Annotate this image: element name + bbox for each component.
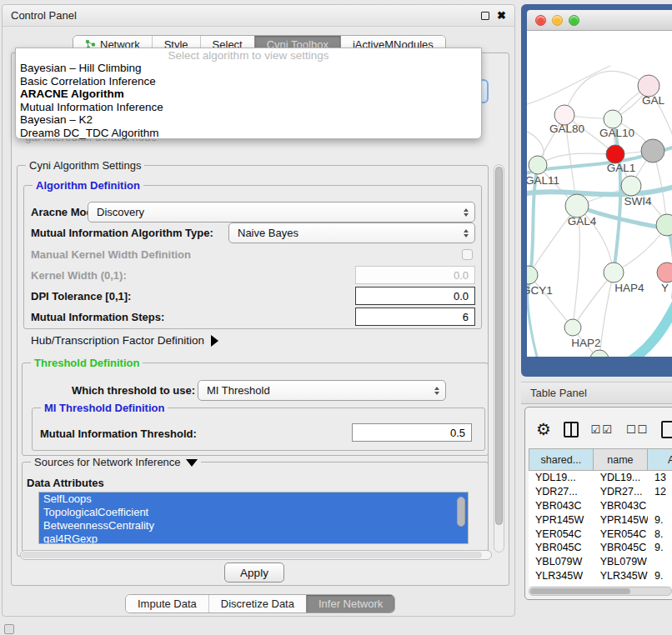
algorithm-option[interactable]: Bayesian – Hill Climbing (16, 62, 481, 75)
list-scrollbar-thumb[interactable] (457, 497, 465, 527)
table-cell[interactable] (648, 499, 672, 513)
table-cell[interactable]: YDR27... (529, 485, 594, 499)
which-threshold-combobox[interactable]: MI Threshold (198, 380, 446, 401)
dpi-tolerance-field[interactable]: 0.0 (355, 287, 475, 305)
table-horizontal-scrollbar[interactable] (529, 587, 672, 596)
table-row[interactable]: YLR345WYLR345W9. (529, 569, 672, 583)
apply-button[interactable]: Apply (224, 562, 284, 582)
table-cell[interactable]: YIL052C (529, 582, 594, 586)
table-cell[interactable]: YBL079W (594, 555, 648, 569)
close-icon[interactable]: ✖ (497, 12, 506, 20)
table-row[interactable]: YDR27...YDR27...12 (529, 485, 672, 499)
table-row[interactable]: YPR145WYPR145W9. (529, 512, 672, 527)
attribute-list-item[interactable]: TopologicalCoefficient (39, 506, 468, 519)
network-node-gal4[interactable] (565, 194, 589, 218)
table-cell[interactable]: YBR045C (594, 541, 648, 555)
table-row[interactable]: YDL19...YDL19...13 (529, 471, 672, 485)
network-node-swi4[interactable] (621, 176, 641, 196)
mi-steps-field[interactable]: 6 (355, 308, 475, 326)
algorithm-option[interactable]: Dream8 DC_TDC Algorithm (16, 127, 481, 140)
table-cell[interactable]: YDL19... (529, 471, 594, 485)
combo-spinner-icon[interactable] (464, 208, 469, 217)
table-cell[interactable]: YBR043C (594, 499, 648, 513)
algorithm-option[interactable]: Mutual Information Inference (16, 101, 481, 114)
network-node-gray-node[interactable] (641, 139, 664, 162)
table-row[interactable]: YBL079WYBL079W (529, 555, 672, 569)
table-cell[interactable]: 8. (648, 527, 672, 541)
network-edge[interactable] (564, 72, 649, 115)
table-cell[interactable]: YPR145W (529, 512, 594, 527)
scrollbar-thumb[interactable] (495, 167, 503, 525)
table-cell[interactable]: YBL079W (529, 555, 594, 569)
data-attributes-list[interactable]: SelfLoopsTopologicalCoefficientBetweenne… (38, 492, 469, 544)
table-row[interactable]: YBR045CYBR045C9. (529, 541, 672, 555)
table-cell[interactable]: YDL19... (594, 471, 648, 485)
document-icon[interactable] (661, 421, 672, 438)
attribute-list-item[interactable]: gal4RGexp (39, 532, 468, 544)
network-node-hap2[interactable] (564, 319, 581, 336)
tab-discretize-data[interactable]: Discretize Data (208, 595, 306, 612)
network-edge-highlighted[interactable] (527, 186, 672, 194)
table-row[interactable]: YBR043CYBR043C (529, 499, 672, 513)
table-cell[interactable]: 9. (648, 541, 672, 555)
aracne-mode-combobox[interactable]: Discovery (88, 202, 475, 222)
table-cell[interactable]: YER054C (594, 527, 648, 541)
combo-spinner-icon[interactable] (464, 229, 469, 238)
gear-icon[interactable]: ⚙ (536, 421, 551, 438)
algorithm-option[interactable]: Bayesian – K2 (16, 113, 481, 127)
network-window-titlebar[interactable] (527, 10, 672, 31)
mi-threshold-field[interactable]: 0.5 (352, 423, 472, 442)
network-edge[interactable] (527, 66, 610, 106)
table-cell[interactable]: YLR345W (594, 569, 648, 583)
table-cell[interactable]: YDR27... (594, 485, 648, 499)
network-canvas[interactable]: GALGAL80GAL10GAL1GAL11SWI4GAL4GCY1HAP4YH… (527, 31, 672, 357)
select-all-icon[interactable]: ☑☑ (591, 423, 614, 436)
minimize-window-icon[interactable] (552, 15, 563, 26)
network-node-bottom-green[interactable] (590, 350, 609, 357)
table-cell[interactable]: YLR345W (529, 569, 594, 583)
table-cell[interactable]: 12 (648, 485, 672, 499)
scrollbar-thumb[interactable] (530, 588, 630, 594)
float-window-icon[interactable] (481, 12, 489, 20)
table-cell[interactable]: YPR145W (594, 512, 648, 527)
network-node-salmon-node[interactable] (657, 262, 672, 282)
network-edge[interactable] (529, 275, 573, 328)
attribute-list-item[interactable]: BetweennessCentrality (39, 519, 468, 532)
combo-spinner-icon[interactable] (434, 387, 439, 395)
settings-horizontal-scrollbar[interactable] (20, 550, 492, 560)
mi-algorithm-type-combobox[interactable]: Naive Bayes (228, 222, 475, 243)
table-cell[interactable]: YBR045C (529, 541, 594, 555)
network-node-gcy1[interactable] (527, 266, 538, 284)
table-cell[interactable]: YER054C (529, 527, 594, 541)
column-header-shared[interactable]: shared... (529, 448, 594, 471)
attribute-list-item[interactable]: SelfLoops (39, 492, 468, 506)
network-edge[interactable] (599, 272, 614, 357)
zoom-window-icon[interactable] (569, 15, 579, 26)
algorithm-option[interactable]: ARACNE Algorithm (16, 88, 481, 101)
network-node-gal1[interactable] (606, 145, 624, 163)
network-node-hap4[interactable] (604, 262, 624, 282)
table-cell[interactable]: YBR043C (529, 499, 594, 513)
algorithm-option[interactable]: Basic Correlation Inference (16, 75, 481, 88)
column-header-a[interactable]: A (648, 448, 672, 471)
table-cell[interactable]: YIL052C (594, 582, 648, 586)
table-cell[interactable] (648, 555, 672, 569)
network-node-gal10[interactable] (604, 110, 622, 128)
hub-definition-expander[interactable]: Hub/Transcription Factor Definition (31, 334, 218, 347)
tab-impute-data[interactable]: Impute Data (126, 595, 208, 612)
split-view-icon[interactable] (564, 422, 579, 438)
table-cell[interactable]: 9. (648, 582, 672, 586)
network-node-right-green[interactable] (656, 214, 672, 236)
table-cell[interactable]: 13 (648, 471, 672, 485)
tab-infer-network[interactable]: Infer Network (306, 595, 394, 612)
close-window-icon[interactable] (535, 15, 546, 26)
settings-vertical-scrollbar[interactable] (494, 164, 504, 552)
table-cell[interactable]: 9. (648, 512, 672, 527)
deselect-all-icon[interactable]: ☐☐ (626, 423, 649, 436)
network-edge-highlighted[interactable] (625, 302, 672, 357)
column-header-name[interactable]: name (594, 448, 648, 471)
table-cell[interactable]: 9. (648, 569, 672, 583)
table-row[interactable]: YIL052CYIL052C9. (529, 582, 672, 586)
dock-panel-icon[interactable] (4, 624, 14, 634)
network-node-gal11[interactable] (529, 156, 547, 174)
